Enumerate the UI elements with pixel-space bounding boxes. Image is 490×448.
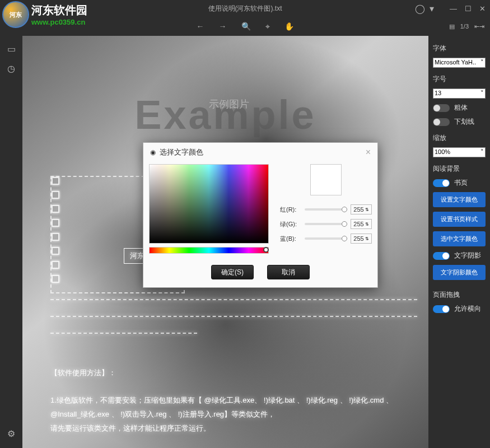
checkbox[interactable] <box>52 191 59 199</box>
hue-thumb[interactable] <box>263 247 269 253</box>
readbg-label: 阅读背景 <box>433 164 486 174</box>
shadow-toggle[interactable] <box>433 252 450 260</box>
b-label: 蓝(B): <box>280 235 301 243</box>
dialog-title: 选择文字颜色 <box>160 148 203 156</box>
checkbox[interactable] <box>52 275 59 283</box>
checkbox[interactable] <box>52 219 59 227</box>
close-button[interactable]: ✕ <box>479 4 486 13</box>
doc-icon[interactable]: ▭ <box>7 44 16 54</box>
page-style-button[interactable]: 设置书页样式 <box>433 212 486 227</box>
g-slider[interactable] <box>305 223 347 225</box>
search-button[interactable]: 🔍 <box>241 22 251 31</box>
dialog-titlebar[interactable]: ◉ 选择文字颜色 × <box>143 143 377 162</box>
drag-label: 页面拖拽 <box>433 290 486 300</box>
page-indicator: 1/3 <box>460 23 469 30</box>
r-slider[interactable] <box>305 208 347 211</box>
rgb-controls: 红(R): 255⇅ 绿(G): 255⇅ 蓝(B): 255⇅ <box>280 164 372 248</box>
minimize-button[interactable]: — <box>450 4 457 13</box>
bold-label: 粗体 <box>454 103 468 113</box>
slider-thumb[interactable] <box>342 221 347 227</box>
forward-button[interactable]: → <box>219 22 227 31</box>
g-label: 绿(G): <box>280 220 301 228</box>
checkbox[interactable] <box>52 247 59 255</box>
user-icon[interactable]: ◯ <box>415 3 425 14</box>
ok-button[interactable]: 确定(S) <box>211 265 254 279</box>
usage-text: 【软件使用方法】： 1.绿色版软件，不需要安装；压缩包里如果有【 @绿化工具.e… <box>50 366 417 448</box>
user-menu[interactable]: ◯ ▾ <box>415 3 434 14</box>
color-field[interactable] <box>149 164 269 244</box>
left-sidebar: ▭ ◷ ⚙ <box>0 36 22 448</box>
hue-slider[interactable] <box>149 247 269 254</box>
watermark: 河东 河东软件园 www.pc0359.cn <box>2 1 87 28</box>
properties-panel: 字体 Microsoft YaH..˅ 字号 13˅ 粗体 下划线 缩放 100… <box>428 36 490 448</box>
settings-icon[interactable]: ⚙ <box>7 428 15 439</box>
size-label: 字号 <box>433 74 486 84</box>
underline-toggle[interactable] <box>433 118 450 126</box>
usage-line: 1.绿色版软件，不需要安装；压缩包里如果有【 @绿化工具.exe、 !)绿化.b… <box>50 394 417 421</box>
dialog-close-button[interactable]: × <box>366 147 371 157</box>
text-color-button[interactable]: 设置文字颜色 <box>433 192 486 207</box>
dashed-lines <box>50 299 417 349</box>
horizontal-drag-toggle[interactable] <box>433 305 450 313</box>
zoom-select[interactable]: 100%˅ <box>433 147 486 157</box>
usage-line: 请先要运行该类文件，这样才能让程序正常运行。 <box>50 422 417 436</box>
r-value[interactable]: 255⇅ <box>351 204 372 214</box>
chevron-down-icon[interactable]: ▾ <box>430 3 434 14</box>
toolbar-right: ▤ 1/3 ⇤⇥ <box>449 23 484 30</box>
usage-heading: 【软件使用方法】： <box>50 366 417 380</box>
hand-tool-icon[interactable]: ✋ <box>284 22 294 31</box>
g-value[interactable]: 255⇅ <box>351 219 372 229</box>
example-cn: 示例图片 <box>209 97 249 111</box>
shadow-label: 文字阴影 <box>454 251 481 260</box>
selection-color-button[interactable]: 选中文字颜色 <box>433 231 486 246</box>
font-select[interactable]: Microsoft YaH..˅ <box>433 58 486 68</box>
b-value[interactable]: 255⇅ <box>351 234 372 244</box>
window-title: 使用说明(河东软件图).txt <box>208 4 282 13</box>
page-label: 书页 <box>454 178 468 188</box>
shadow-color-button[interactable]: 文字阴影颜色 <box>433 265 486 280</box>
cancel-button[interactable]: 取消 <box>267 265 310 279</box>
b-slider[interactable] <box>305 237 347 240</box>
underline-label: 下划线 <box>454 117 474 127</box>
bold-toggle[interactable] <box>433 104 450 112</box>
page-toggle[interactable] <box>433 179 450 187</box>
dropper-icon: ◉ <box>150 148 156 156</box>
checkbox[interactable] <box>52 261 59 269</box>
zoom-label: 缩放 <box>433 133 486 143</box>
watermark-url: www.pc0359.cn <box>31 18 87 26</box>
window-controls: — ☐ ✕ <box>450 4 486 13</box>
history-icon[interactable]: ◷ <box>7 63 15 74</box>
checkbox[interactable] <box>52 233 59 241</box>
color-preview <box>310 164 342 195</box>
site-logo: 河东 <box>2 1 29 28</box>
size-select[interactable]: 13˅ <box>433 88 486 99</box>
r-label: 红(R): <box>280 206 301 214</box>
color-picker-dialog: ◉ 选择文字颜色 × 红(R): 255⇅ 绿(G): 255⇅ 蓝(B): 2… <box>143 142 378 288</box>
drag-toggle-label: 允许横向 <box>454 304 481 314</box>
page-width-icon[interactable]: ▤ <box>449 23 455 30</box>
checkbox[interactable] <box>52 205 59 213</box>
watermark-cn: 河东软件园 <box>31 3 87 18</box>
color-area-wrap <box>149 164 269 254</box>
watermark-text: 河东软件园 www.pc0359.cn <box>31 3 87 26</box>
toolbar-center: ← → 🔍 ⌖ ✋ <box>197 22 294 31</box>
fit-width-icon[interactable]: ⇤⇥ <box>474 23 484 30</box>
maximize-button[interactable]: ☐ <box>465 4 472 13</box>
checkbox[interactable] <box>52 177 59 185</box>
checkbox-column <box>52 177 59 283</box>
font-label: 字体 <box>433 44 486 53</box>
slider-thumb[interactable] <box>342 207 347 212</box>
slider-thumb[interactable] <box>342 236 347 241</box>
cursor-tool-icon[interactable]: ⌖ <box>265 22 270 31</box>
back-button[interactable]: ← <box>197 22 204 31</box>
